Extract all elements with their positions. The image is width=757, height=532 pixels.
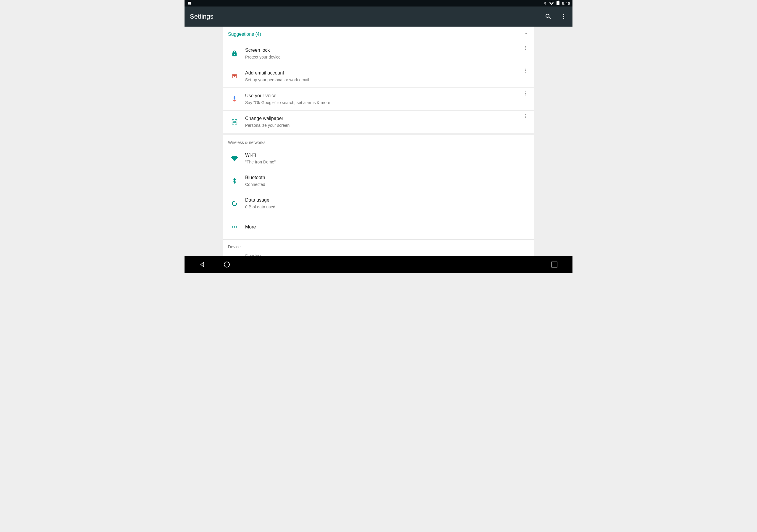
setting-more[interactable]: More bbox=[223, 215, 534, 239]
wifi-icon bbox=[228, 153, 241, 164]
svg-point-1 bbox=[563, 16, 564, 17]
svg-point-5 bbox=[526, 49, 526, 50]
wallpaper-icon bbox=[228, 116, 241, 128]
overflow-menu-button[interactable] bbox=[560, 13, 567, 20]
item-subtitle: Protect your device bbox=[245, 54, 529, 60]
svg-point-4 bbox=[526, 47, 526, 48]
app-title: Settings bbox=[190, 13, 214, 20]
svg-point-8 bbox=[526, 72, 526, 73]
svg-point-3 bbox=[526, 46, 526, 47]
svg-point-15 bbox=[232, 201, 237, 206]
square-recent-icon bbox=[552, 262, 558, 267]
item-title: Use your voice bbox=[245, 93, 529, 99]
bluetooth-status-icon bbox=[543, 1, 547, 6]
item-title: Wi-Fi bbox=[245, 152, 529, 159]
setting-wifi[interactable]: Wi-Fi "The Iron Dome" bbox=[223, 147, 534, 170]
svg-point-9 bbox=[526, 91, 526, 92]
more-vert-icon bbox=[523, 113, 529, 119]
more-vert-icon bbox=[560, 13, 567, 20]
search-icon bbox=[545, 13, 552, 20]
triangle-back-icon bbox=[199, 261, 206, 268]
circle-home-icon bbox=[223, 261, 230, 268]
bluetooth-icon bbox=[228, 175, 241, 187]
svg-point-6 bbox=[526, 69, 526, 70]
data-usage-icon bbox=[228, 197, 241, 209]
item-subtitle: "The Iron Dome" bbox=[245, 159, 529, 165]
suggestion-overflow-button[interactable] bbox=[521, 68, 530, 73]
search-button[interactable] bbox=[545, 13, 552, 20]
suggestion-add-email[interactable]: Add email account Set up your personal o… bbox=[223, 65, 534, 88]
setting-bluetooth[interactable]: Bluetooth Connected bbox=[223, 170, 534, 192]
item-subtitle: Connected bbox=[245, 182, 529, 187]
suggestion-screen-lock[interactable]: Screen lock Protect your device bbox=[223, 42, 534, 65]
item-subtitle: Say "Ok Google" to search, set alarms & … bbox=[245, 100, 529, 105]
item-subtitle: 0 B of data used bbox=[245, 204, 529, 210]
item-title: Change wallpaper bbox=[245, 115, 529, 122]
setting-data-usage[interactable]: Data usage 0 B of data used bbox=[223, 192, 534, 215]
item-title: Display bbox=[245, 253, 529, 256]
svg-point-11 bbox=[526, 95, 526, 96]
suggestion-overflow-button[interactable] bbox=[521, 91, 530, 96]
suggestion-wallpaper[interactable]: Change wallpaper Personalize your screen bbox=[223, 110, 534, 133]
svg-point-12 bbox=[526, 114, 526, 115]
app-bar: Settings bbox=[185, 7, 572, 27]
nav-home-button[interactable] bbox=[223, 261, 231, 268]
suggestion-overflow-button[interactable] bbox=[521, 113, 530, 119]
picture-icon bbox=[187, 1, 192, 6]
mic-icon bbox=[228, 93, 241, 105]
svg-point-16 bbox=[224, 262, 229, 267]
nav-back-button[interactable] bbox=[199, 261, 206, 268]
item-title: Data usage bbox=[245, 197, 529, 203]
more-vert-icon bbox=[523, 91, 529, 96]
section-wireless-heading: Wireless & networks bbox=[223, 135, 534, 147]
gmail-icon bbox=[228, 70, 241, 82]
item-title: Screen lock bbox=[245, 47, 529, 53]
nav-recent-button[interactable] bbox=[551, 261, 558, 268]
wifi-status-icon bbox=[549, 1, 554, 6]
item-title: Bluetooth bbox=[245, 174, 529, 181]
svg-point-7 bbox=[526, 70, 526, 71]
battery-status-icon bbox=[556, 1, 560, 6]
suggestions-header[interactable]: Suggestions (4) bbox=[223, 27, 534, 42]
svg-point-14 bbox=[526, 117, 526, 118]
item-subtitle: Set up your personal or work email bbox=[245, 77, 529, 83]
svg-point-13 bbox=[526, 116, 526, 117]
item-subtitle: Personalize your screen bbox=[245, 122, 529, 128]
more-vert-icon bbox=[523, 68, 529, 73]
more-horiz-icon bbox=[228, 221, 241, 233]
svg-point-10 bbox=[526, 93, 526, 94]
display-icon bbox=[228, 251, 241, 256]
item-title: More bbox=[245, 224, 529, 230]
status-bar: 9:46 bbox=[185, 0, 572, 7]
more-vert-icon bbox=[523, 45, 529, 50]
section-device-heading: Device bbox=[223, 240, 534, 251]
svg-point-2 bbox=[563, 18, 564, 19]
suggestion-overflow-button[interactable] bbox=[521, 45, 530, 50]
chevron-up-icon bbox=[523, 31, 529, 38]
navigation-bar bbox=[185, 256, 572, 273]
suggestion-voice[interactable]: Use your voice Say "Ok Google" to search… bbox=[223, 88, 534, 110]
svg-point-0 bbox=[563, 14, 564, 15]
lock-icon bbox=[228, 47, 241, 59]
status-clock: 9:46 bbox=[562, 1, 570, 6]
suggestions-title: Suggestions (4) bbox=[228, 32, 261, 37]
item-title: Add email account bbox=[245, 70, 529, 76]
setting-display[interactable]: Display bbox=[223, 251, 534, 256]
